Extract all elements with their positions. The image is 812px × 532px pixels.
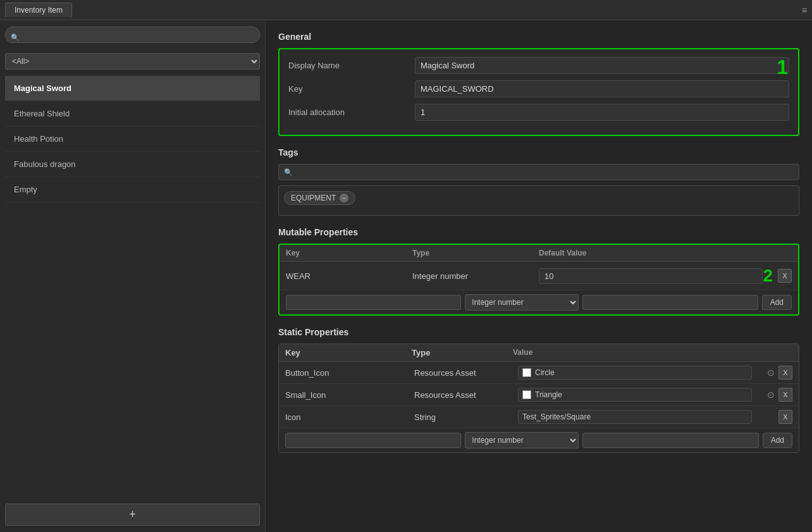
mutable-col-key-header: Key (286, 249, 412, 257)
title-bar: Inventory Item ≡ (0, 0, 812, 20)
resource-label-triangle: Triangle (535, 390, 562, 399)
tag-remove-button[interactable]: − (340, 194, 348, 202)
mutable-add-key-input[interactable] (286, 295, 461, 310)
static-remove-button-icon[interactable]: X (778, 366, 792, 380)
title-tab[interactable]: Inventory Item (5, 3, 72, 17)
search-wrapper: 🔍 (5, 27, 260, 48)
tags-section: Tags 🔍 EQUIPMENT − (278, 147, 799, 216)
add-item-button[interactable]: + (5, 504, 260, 526)
mutable-prop-key-wear: WEAR (286, 271, 412, 281)
static-row-button-icon: Button_Icon Resources Asset Circle ⊙ X (279, 362, 799, 384)
display-name-row: Display Name Magical Sword (288, 57, 789, 74)
tags-search-icon: 🔍 (284, 168, 293, 176)
list-item-ethereal-shield[interactable]: Ethereal Shield (5, 101, 260, 127)
static-key-button-icon: Button_Icon (285, 368, 412, 378)
key-row: Key MAGICAL_SWORD (288, 80, 789, 97)
static-add-button[interactable]: Add (763, 433, 792, 448)
initial-alloc-label: Initial allocation (288, 108, 415, 117)
resource-value-triangle[interactable]: Triangle (518, 388, 752, 402)
static-add-value-input[interactable] (582, 433, 758, 448)
static-actions-small-icon: ⊙ X (754, 388, 792, 402)
list-item-health-potion[interactable]: Health Potion (5, 127, 260, 152)
general-section-box: Display Name Magical Sword Key MAGICAL_S… (278, 48, 799, 136)
key-value[interactable]: MAGICAL_SWORD (415, 80, 789, 97)
static-add-row: Integer number Add (279, 428, 799, 452)
mutable-prop-value-wear: 10 2 X (539, 266, 792, 286)
static-props-section: Static Properties Key Type Value Button_… (278, 327, 799, 453)
mutable-add-row: Integer number Add (280, 290, 798, 314)
mutable-col-value-header: Default Value (539, 249, 792, 257)
static-col-key-header: Key (285, 348, 412, 357)
mutable-props-table: Key Type Default Value WEAR Integer numb… (278, 244, 799, 316)
resource-value-circle[interactable]: Circle (518, 366, 752, 380)
static-remove-small-icon[interactable]: X (778, 388, 792, 402)
tags-search-wrapper: 🔍 (278, 164, 799, 180)
mutable-prop-row-wear: WEAR Integer number 10 2 X (280, 262, 798, 290)
mutable-add-button[interactable]: Add (762, 295, 792, 310)
initial-alloc-value[interactable]: 1 (415, 104, 789, 121)
static-row-icon: Icon String Test_Sprites/Square X (279, 406, 799, 428)
static-add-type-select[interactable]: Integer number (465, 432, 579, 448)
static-key-small-icon: Small_Icon (285, 390, 412, 400)
filter-select[interactable]: <All> (5, 53, 260, 70)
mutable-props-title: Mutable Properties (278, 227, 799, 237)
mutable-prop-type-wear: Integer number (412, 271, 539, 281)
content-area: General Display Name Magical Sword Key M… (266, 20, 812, 532)
static-row-small-icon: Small_Icon Resources Asset Triangle ⊙ X (279, 384, 799, 406)
search-icon: 🔍 (11, 34, 20, 42)
string-value-icon[interactable]: Test_Sprites/Square (518, 410, 752, 424)
static-circle-btn-button-icon[interactable]: ⊙ (766, 368, 776, 378)
tags-search-input[interactable] (278, 164, 799, 180)
menu-icon[interactable]: ≡ (802, 5, 807, 15)
resource-label-circle: Circle (535, 368, 555, 377)
tags-container: EQUIPMENT − (278, 185, 799, 216)
static-add-key-input[interactable] (285, 433, 461, 448)
static-type-icon: String (414, 412, 515, 422)
static-type-button-icon: Resources Asset (414, 368, 515, 378)
static-circle-btn-small-icon[interactable]: ⊙ (766, 390, 776, 400)
list-item-magical-sword[interactable]: Magical Sword (5, 76, 260, 101)
tags-section-title: Tags (278, 147, 799, 158)
main-layout: 🔍 <All> Magical Sword Ethereal Shield He… (0, 20, 812, 532)
list-item-empty[interactable]: Empty (5, 177, 260, 202)
sidebar: 🔍 <All> Magical Sword Ethereal Shield He… (0, 20, 266, 532)
static-col-value-header: Value (513, 348, 792, 357)
key-label: Key (288, 84, 415, 94)
tag-label: EQUIPMENT (291, 194, 336, 202)
mutable-prop-value-field-wear[interactable]: 10 (539, 268, 763, 284)
mutable-props-header: Key Type Default Value (280, 245, 798, 262)
mutable-badge: 2 (763, 266, 773, 286)
static-col-type-header: Type (412, 348, 513, 357)
static-value-small-icon: Triangle (518, 388, 752, 402)
mutable-remove-wear-button[interactable]: X (778, 269, 792, 283)
item-list: Magical Sword Ethereal Shield Health Pot… (5, 76, 260, 498)
resource-icon-triangle (522, 390, 531, 399)
static-actions-icon: X (754, 410, 792, 424)
static-props-title: Static Properties (278, 327, 799, 337)
static-value-button-icon: Circle (518, 366, 752, 380)
static-actions-button-icon: ⊙ X (754, 366, 792, 380)
mutable-add-value-input[interactable] (582, 295, 758, 310)
list-item-fabulous-dragon[interactable]: Fabulous dragon (5, 152, 260, 177)
mutable-props-section: Mutable Properties Key Type Default Valu… (278, 227, 799, 316)
mutable-col-type-header: Type (412, 249, 539, 257)
resource-icon-circle (522, 368, 531, 377)
search-input[interactable] (5, 27, 260, 43)
static-props-table: Key Type Value Button_Icon Resources Ass… (278, 343, 799, 453)
display-name-value[interactable]: Magical Sword (415, 57, 789, 74)
general-section-title: General (278, 32, 799, 42)
general-badge: 1 (777, 56, 788, 79)
mutable-add-type-select[interactable]: Integer number (465, 294, 579, 311)
static-remove-icon[interactable]: X (778, 410, 792, 424)
initial-alloc-row: Initial allocation 1 (288, 104, 789, 121)
tag-equipment: EQUIPMENT − (284, 191, 355, 205)
static-key-icon: Icon (285, 412, 412, 422)
display-name-label: Display Name (288, 61, 415, 70)
static-type-small-icon: Resources Asset (414, 390, 515, 400)
static-value-icon: Test_Sprites/Square (518, 410, 752, 424)
static-props-header: Key Type Value (279, 344, 799, 362)
